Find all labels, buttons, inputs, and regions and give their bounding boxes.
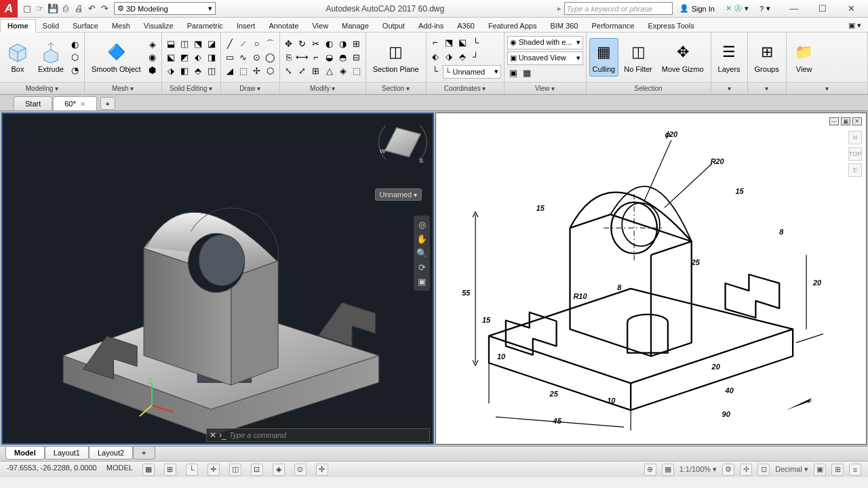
tab-layout1[interactable]: Layout1 [45,447,89,460]
tool-icon[interactable]: ⬘ [192,65,204,77]
tool-icon[interactable]: ⊙ [251,52,263,64]
copy-icon[interactable]: ⎘ [283,52,295,64]
minimize-button[interactable]: — [784,3,804,14]
arc-icon[interactable]: ⌒ [264,38,277,50]
ucs-dropdown[interactable]: └ Unnamed▾ [443,65,501,79]
tool-icon[interactable]: └ [429,65,441,77]
tab-surface[interactable]: Surface [66,20,105,32]
viewport-3d[interactable]: Z W S Unnamed ▾ ◎ ✋ 🔍 ⟳ ▣ ✕ ›_ Type a co… [1,113,434,445]
redo-icon[interactable]: ↷ [99,3,110,14]
tool-icon[interactable]: └ [470,37,482,49]
tool-icon[interactable]: ⊡ [251,464,263,476]
nav-n[interactable]: N [848,131,862,144]
ortho-icon[interactable]: └ [186,464,198,476]
tab-solid[interactable]: Solid [36,20,66,32]
file-tab-60[interactable]: 60*✕ [53,96,97,110]
tab-insert[interactable]: Insert [230,20,262,32]
tab-home[interactable]: Home [0,19,36,33]
tool-icon[interactable]: ⬡ [264,65,277,77]
fillet-icon[interactable]: ⌐ [310,52,322,64]
line-icon[interactable]: ╱ [224,38,236,50]
tool-icon[interactable]: ⬔ [443,37,455,49]
tool-icon[interactable]: △ [323,65,336,77]
tool-icon[interactable]: ▦ [521,67,533,79]
close-icon[interactable]: ✕ [80,100,85,108]
app-icon[interactable]: Ⓐ [734,3,742,14]
trim-icon[interactable]: ✂ [310,38,322,50]
arrow-icon[interactable]: ▸ [555,4,564,13]
tab-addins[interactable]: Add-ins [412,20,450,32]
mesh-panel-title[interactable]: Mesh ▾ [85,82,161,94]
tool-icon[interactable]: ✢ [316,464,328,476]
rotate-icon[interactable]: ↻ [296,38,309,50]
add-tab-button[interactable]: + [100,97,115,110]
orbit-icon[interactable]: ⟳ [416,262,428,272]
tool-icon[interactable]: ◈ [337,65,349,77]
ribbon-menu[interactable]: ▣ ▾ [842,19,868,32]
tool-icon[interactable]: ◒ [323,52,336,64]
culling-button[interactable]: ▦Culling [589,38,619,77]
maximize-button[interactable]: ☐ [812,3,833,14]
groups-button[interactable]: ⊞Groups [751,39,783,75]
solid-editing-panel-title[interactable]: Solid Editing ▾ [162,82,220,94]
view-panel-title[interactable]: View ▾ [505,82,586,94]
saveas-icon[interactable]: ⎙ [60,3,71,14]
tool-icon[interactable]: ◪ [205,38,218,50]
viewcube[interactable]: W S [384,123,422,161]
tab-a360[interactable]: A360 [450,20,481,32]
tool-icon[interactable]: ⬘ [456,51,469,63]
polyline-icon[interactable]: ⟋ [237,38,250,50]
groups-panel-title[interactable]: ▾ [748,82,786,94]
add-layout-button[interactable]: + [133,447,155,460]
tool-icon[interactable]: ⬗ [165,65,177,77]
menu-icon[interactable]: ≡ [849,464,861,476]
array-icon[interactable]: ⊞ [310,65,322,77]
tab-bim360[interactable]: BIM 360 [543,20,585,32]
coord-panel-title[interactable]: Coordinates ▾ [427,82,504,94]
tool-icon[interactable]: ┘ [470,51,482,63]
layers-button[interactable]: ☰Layers [714,39,745,75]
close-button[interactable]: ✕ [841,3,861,14]
restore-icon[interactable]: ▣ [841,117,850,125]
mirror-icon[interactable]: ⟷ [296,52,309,64]
tool-icon[interactable]: ◐ [323,38,336,50]
close-icon[interactable]: ✕ [852,117,862,125]
tool-icon[interactable]: ▣ [814,464,826,476]
tool-icon[interactable]: ⬚ [237,65,250,77]
tab-layout2[interactable]: Layout2 [89,447,133,460]
tab-view[interactable]: View [305,20,335,32]
tool-icon[interactable]: ⬔ [192,38,204,50]
new-icon[interactable]: ▢ [22,3,33,14]
help-icon[interactable]: ? [760,5,764,13]
tool-icon[interactable]: ▣ [507,67,519,79]
tool-icon[interactable]: ⊙ [294,464,307,476]
cmd-input[interactable]: Type a command [229,431,286,439]
app-logo[interactable]: A [0,0,18,18]
smooth-object-button[interactable]: 🔷Smooth Object [87,39,145,75]
gear-icon[interactable]: ⚙ [722,464,734,476]
tool-icon[interactable]: ◢ [224,65,236,77]
tool-icon[interactable]: ∿ [237,52,250,64]
modify-panel-title[interactable]: Modify ▾ [280,82,366,94]
tab-manage[interactable]: Manage [335,20,376,32]
tool-icon[interactable]: ▦ [662,464,674,476]
wheel-icon[interactable]: ◎ [416,220,428,230]
tab-express[interactable]: Express Tools [641,20,701,32]
stretch-icon[interactable]: ⤡ [283,65,295,77]
box-button[interactable]: Box [3,39,33,75]
move-icon[interactable]: ✥ [283,38,295,50]
tool-icon[interactable]: ⊞ [351,38,363,50]
tab-featured[interactable]: Featured Apps [481,20,544,32]
tab-model[interactable]: Model [5,447,45,460]
tool-icon[interactable]: ◈ [273,464,285,476]
section-panel-title[interactable]: Section ▾ [366,82,426,94]
layers-panel-title[interactable]: ▾ [711,82,747,94]
tool-icon[interactable]: ◩ [178,52,191,64]
tool-icon[interactable]: ⬕ [456,37,469,49]
snap-icon[interactable]: ⊞ [164,464,176,476]
circle-icon[interactable]: ○ [251,38,263,50]
tool-icon[interactable]: ⌐ [429,37,441,49]
tool-icon[interactable]: ⬖ [429,51,441,63]
tool-icon[interactable]: ◑ [337,38,349,50]
ucs-name-tag[interactable]: Unnamed ▾ [375,188,422,201]
